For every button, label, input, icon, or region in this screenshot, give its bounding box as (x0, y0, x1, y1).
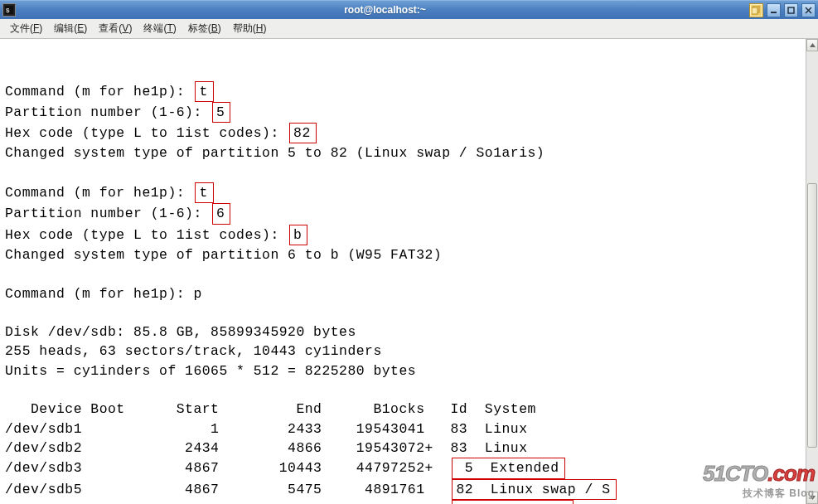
menu-view[interactable]: 查看(V) (94, 19, 137, 38)
svg-marker-8 (810, 43, 816, 47)
svg-rect-4 (771, 12, 777, 13)
terminal-icon: $ (2, 3, 16, 17)
menu-file[interactable]: 文件(F) (5, 19, 47, 38)
partition-line: Partition number (1-6): 5 (5, 104, 230, 120)
changed-line: Changed system type of partition 5 to 82… (5, 145, 545, 161)
hex-line: Hex code (type L to 1ist codes): 82 (5, 125, 317, 141)
changed-line: Changed system type of partition 6 to b … (5, 247, 442, 263)
scroll-down-button[interactable] (806, 492, 818, 504)
svg-marker-9 (810, 496, 816, 500)
terminal-output[interactable]: Command (m for he1p): t Partition number… (0, 39, 806, 504)
table-header: Device Boot Start End B1ocks Id System (5, 401, 536, 417)
window-titlebar: $ root@localhost:~ (0, 0, 818, 19)
cmd-line: Command (m for he1p): t (5, 84, 214, 99)
close-button[interactable] (801, 3, 816, 17)
svg-rect-3 (752, 7, 757, 14)
highlight-extended: 5 Extended (452, 458, 564, 478)
menu-tabs[interactable]: 标签(B) (183, 19, 226, 38)
menu-terminal[interactable]: 终端(T) (138, 19, 181, 38)
input-t-2: t (195, 182, 213, 203)
menu-bar: 文件(F) 编辑(E) 查看(V) 终端(T) 标签(B) 帮助(H) (0, 19, 818, 39)
svg-text:$: $ (6, 7, 10, 14)
highlight-fat32: b W95 FAT32 (452, 500, 573, 504)
blank-line (5, 165, 13, 181)
window-title: root@localhost:~ (21, 4, 749, 16)
table-row: /dev/sdb5 4867 5475 4891761 82 Linux swa… (5, 482, 617, 497)
menu-help[interactable]: 帮助(H) (228, 19, 272, 38)
cmd-line: Command (m for he1p): p (5, 286, 202, 302)
blank-line (5, 266, 13, 282)
units-info: Units = cy1inders of 16065 * 512 = 82252… (5, 363, 416, 379)
sheets-icon[interactable] (749, 3, 763, 17)
input-partnum-5: 5 (212, 102, 230, 123)
scroll-up-button[interactable] (806, 39, 818, 51)
disk-info: Disk /dev/sdb: 85.8 GB, 85899345920 byte… (5, 324, 356, 340)
highlight-swap: 82 Linux swap / S (452, 479, 616, 500)
input-hex-82: 82 (289, 123, 317, 143)
cmd-line: Command (m for he1p): t (5, 185, 214, 201)
vertical-scrollbar[interactable] (806, 39, 818, 504)
scroll-track[interactable] (806, 51, 818, 492)
table-row: /dev/sdb2 2434 4866 19543072+ 83 Linux (5, 440, 528, 456)
minimize-button[interactable] (767, 3, 781, 17)
hex-line: Hex code (type L to 1ist codes): b (5, 227, 307, 243)
svg-rect-5 (788, 7, 794, 13)
input-partnum-6: 6 (212, 203, 230, 224)
blank-line (5, 305, 13, 321)
input-t-1: t (195, 81, 213, 102)
table-row: /dev/sdb3 4867 10443 44797252+ 5 Extende… (5, 460, 565, 476)
menu-edit[interactable]: 编辑(E) (49, 19, 92, 38)
maximize-button[interactable] (784, 3, 798, 17)
heads-info: 255 heads, 63 sectors/track, 10443 cy1in… (5, 343, 382, 359)
blank-line (5, 382, 13, 398)
table-row: /dev/sdb1 1 2433 19543041 83 Linux (5, 421, 528, 437)
input-hex-b: b (289, 225, 307, 245)
partition-line: Partition number (1-6): 6 (5, 206, 230, 221)
scroll-thumb[interactable] (807, 183, 817, 448)
blank-line (5, 63, 13, 79)
